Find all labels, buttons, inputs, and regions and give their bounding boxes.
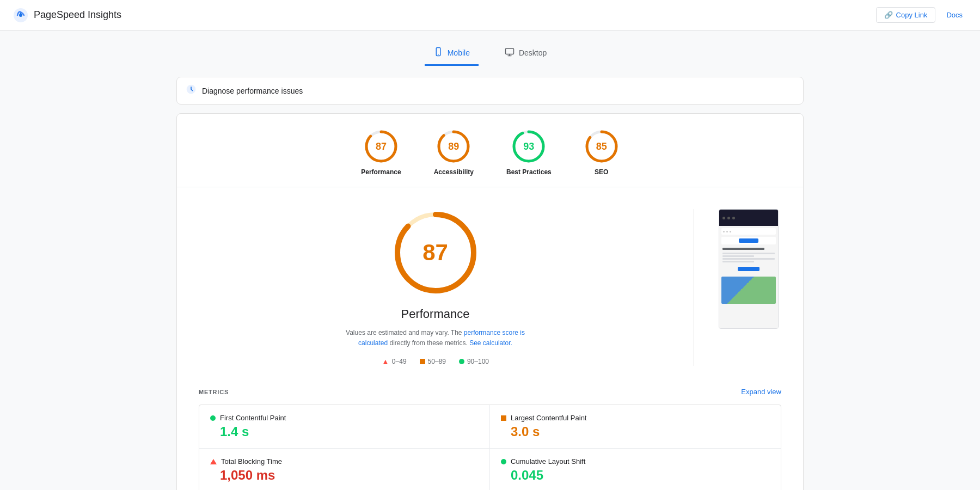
seo-label: SEO [595,168,608,176]
large-performance-score: 87 [422,240,448,266]
nav-dot-2 [726,231,728,232]
metric-lcp: Largest Contentful Paint 3.0 s [490,405,781,449]
tab-mobile-label: Mobile [448,48,470,57]
perf-desc-text: Values are estimated and may vary. The [346,329,464,336]
legend-green-label: 90–100 [467,358,489,365]
cls-name-row: Cumulative Layout Shift [501,457,770,465]
fcp-name: First Contentful Paint [220,414,286,422]
diagnose-text: Diagnose performance issues [202,87,303,95]
score-card: 87 Performance 89 Accessibility [176,113,804,490]
pagespeed-logo [13,8,28,23]
performance-title: Performance [401,307,470,321]
nav-dot-3 [730,231,731,232]
fcp-name-row: First Contentful Paint [210,414,479,422]
metrics-section: METRICS Expand view First Contentful Pai… [177,388,803,490]
metric-tbt: Total Blocking Time 1,050 ms [199,449,490,490]
cls-value: 0.045 [511,468,770,483]
accessibility-label: Accessibility [434,168,474,176]
section-divider [694,209,694,366]
score-item-best-practices: 93 Best Practices [506,129,552,176]
ss-title-line [722,248,764,250]
mobile-icon [433,47,443,59]
nav-dot-1 [723,231,725,232]
legend-green: 90–100 [459,357,489,366]
seo-score: 85 [596,141,607,152]
cls-name: Cumulative Layout Shift [511,457,585,465]
svg-rect-4 [505,48,513,54]
svg-point-1 [19,14,22,17]
logo-area: PageSpeed Insights [13,8,121,23]
tbt-name-row: Total Blocking Time [210,457,479,465]
tbt-value: 1,050 ms [220,468,479,483]
header-actions: 🔗 Copy Link Docs [876,7,967,23]
screenshot-browser-bar [719,210,778,226]
performance-score: 87 [376,141,387,152]
svg-point-3 [438,54,439,56]
score-item-performance: 87 Performance [361,129,401,176]
link-icon: 🔗 [884,11,893,19]
ss-text-line-2 [722,255,754,257]
main-content: Mobile Desktop Diagnose performance issu… [163,30,817,490]
screenshot-nav [721,228,776,235]
best-practices-label: Best Practices [506,168,552,176]
metric-fcp: First Contentful Paint 1.4 s [199,405,490,449]
screenshot-text-block [721,247,776,264]
app-title: PageSpeed Insights [34,9,121,21]
diagnose-banner[interactable]: Diagnose performance issues [176,77,804,105]
ss-text-line-4 [722,261,754,262]
green-dot-icon [459,359,464,364]
lcp-indicator [501,415,506,421]
tbt-name: Total Blocking Time [221,457,282,465]
lcp-name-row: Largest Contentful Paint [501,414,770,422]
lcp-name: Largest Contentful Paint [511,414,586,422]
ss-text-line-3 [722,258,775,260]
legend-orange: 50–89 [420,357,446,366]
tab-mobile[interactable]: Mobile [425,41,479,66]
screenshot-cta-btn [739,238,758,243]
legend-orange-label: 50–89 [428,358,446,365]
desktop-icon [505,47,514,59]
legend-red: ▲ 0–49 [382,357,407,366]
screenshot-image-bottom [721,277,776,304]
tbt-indicator [210,459,217,464]
accessibility-score: 89 [448,141,459,152]
metrics-title: METRICS [199,389,229,395]
perf-calc-link[interactable]: See calculator. [469,339,512,347]
performance-detail: 87 Performance Values are estimated and … [199,209,672,366]
performance-circle: 87 [364,129,399,164]
metric-cls: Cumulative Layout Shift 0.045 [490,449,781,490]
site-preview [716,209,781,329]
best-practices-score: 93 [523,141,534,152]
red-triangle-icon: ▲ [382,357,389,366]
metrics-header: METRICS Expand view [199,388,781,396]
score-legend: ▲ 0–49 50–89 90–100 [382,357,489,366]
ss-text-line-1 [722,253,775,254]
performance-label: Performance [361,168,401,176]
screenshot-btn-2 [738,267,759,271]
site-screenshot [719,209,779,329]
score-item-accessibility: 89 Accessibility [434,129,474,176]
accessibility-circle: 89 [436,129,471,164]
legend-red-label: 0–49 [392,358,407,365]
fcp-value: 1.4 s [220,424,479,439]
copy-link-button[interactable]: 🔗 Copy Link [876,7,936,23]
docs-link[interactable]: Docs [942,8,967,22]
score-summary: 87 Performance 89 Accessibility [177,114,803,187]
score-item-seo: 85 SEO [584,129,619,176]
expand-view-button[interactable]: Expand view [741,388,781,396]
performance-description: Values are estimated and may vary. The p… [332,328,539,348]
device-tabs: Mobile Desktop [176,41,804,66]
seo-circle: 85 [584,129,619,164]
browser-dot-1 [722,217,725,219]
tab-desktop[interactable]: Desktop [496,41,555,66]
fcp-indicator [210,415,216,421]
screenshot-content [719,226,778,328]
diagnose-icon [186,84,197,97]
large-performance-circle: 87 [392,209,479,296]
browser-dot-3 [732,217,735,219]
copy-link-label: Copy Link [896,11,928,19]
best-practices-circle: 93 [511,129,546,164]
perf-desc-text2: directly from these metrics. [388,339,469,347]
metrics-grid: First Contentful Paint 1.4 s Largest Con… [199,405,781,490]
header: PageSpeed Insights 🔗 Copy Link Docs [0,0,980,30]
